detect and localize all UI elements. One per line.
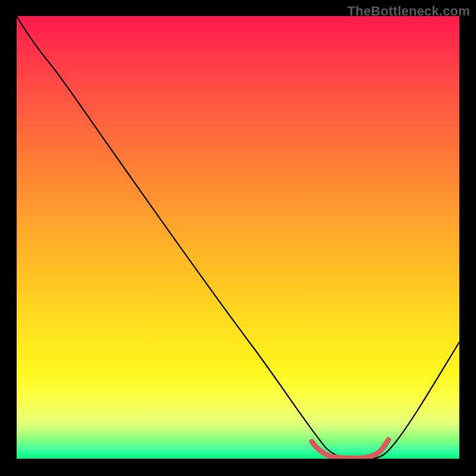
curve-layer bbox=[17, 16, 459, 459]
watermark-text: TheBottleneck.com bbox=[347, 4, 470, 19]
valley-highlight bbox=[312, 440, 389, 458]
plot-area bbox=[17, 16, 459, 459]
main-curve bbox=[17, 16, 459, 458]
chart-frame: TheBottleneck.com bbox=[0, 0, 476, 476]
